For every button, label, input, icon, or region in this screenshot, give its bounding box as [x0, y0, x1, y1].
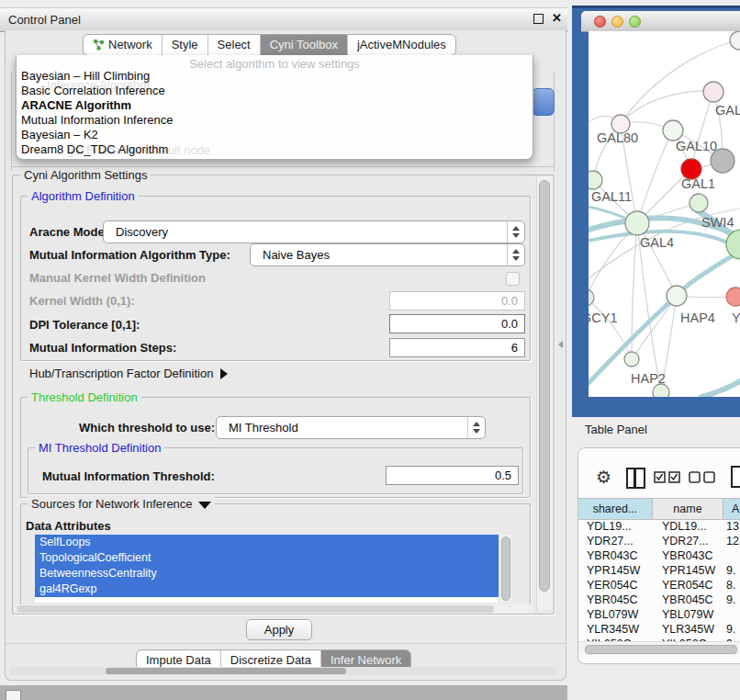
table-panel-title: Table Panel: [585, 423, 647, 436]
menu-item-basic-correlation[interactable]: Basic Correlation Inference: [21, 84, 165, 97]
footer-divider: [6, 643, 565, 644]
algorithm-dropdown-popup: Select algorithm to view settings Infere…: [16, 55, 533, 160]
apply-button[interactable]: Apply: [246, 619, 312, 640]
sources-title: Sources for Network Inference: [31, 497, 193, 511]
close-traffic-icon[interactable]: [594, 16, 606, 28]
panel-hscrollbar[interactable]: [9, 667, 556, 675]
sources-expander[interactable]: Sources for Network Inference: [28, 497, 215, 511]
list-item[interactable]: BetweennessCentrality: [35, 566, 510, 581]
close-icon[interactable]: ✕: [552, 11, 562, 25]
table-row[interactable]: YBL079WYBL079W: [578, 608, 740, 623]
column-header-name[interactable]: name: [653, 499, 723, 519]
network-window-titlebar[interactable]: [581, 11, 740, 32]
expander-down-icon[interactable]: [198, 502, 211, 509]
combo-stepper-fragment[interactable]: [532, 88, 555, 116]
node-label: HAP4: [680, 310, 715, 325]
menu-item-mutual-information[interactable]: Mutual Information Inference: [21, 113, 173, 127]
aracne-mode-select[interactable]: Discovery: [103, 220, 525, 243]
network-graph: GAL GAL80 GAL10 GAL1 GAL11 SWI4 GAL4 GCY…: [589, 31, 740, 397]
table-row[interactable]: YER054CYER054C8.: [578, 579, 740, 593]
mi-steps-input[interactable]: 6: [389, 338, 525, 357]
node-label: Y: [732, 310, 740, 325]
manual-kernel-label: Manual Kernel Width Definition: [29, 271, 206, 285]
app-root: Control Panel ✕ Network Style Select Cyn…: [0, 0, 740, 700]
panel-hscrollbar-thumb[interactable]: [106, 668, 346, 674]
network-view-window: GAL GAL80 GAL10 GAL1 GAL11 SWI4 GAL4 GCY…: [572, 6, 740, 417]
mi-threshold-input[interactable]: 0.5: [386, 466, 519, 485]
table-row[interactable]: YBR045CYBR045C9.: [578, 593, 740, 608]
table-row[interactable]: YDL19...YDL19...13: [578, 520, 740, 535]
node-label: GAL80: [597, 130, 638, 145]
panel-title: Control Panel: [8, 13, 81, 27]
manual-kernel-checkbox[interactable]: [506, 272, 520, 286]
tab-network[interactable]: Network: [84, 35, 162, 55]
kernel-width-input[interactable]: 0.0: [389, 291, 525, 310]
node-label: GAL4: [640, 235, 674, 250]
mi-type-label: Mutual Information Algorithm Type:: [29, 248, 230, 262]
list-item[interactable]: gal4RGexp: [35, 581, 510, 597]
float-window-icon[interactable]: [533, 14, 544, 24]
stepper-icon: [507, 244, 524, 265]
select-all-icon[interactable]: [654, 471, 683, 483]
table-row[interactable]: YDR27...YDR27...12: [578, 535, 740, 549]
which-threshold-select[interactable]: MI Threshold: [216, 416, 486, 439]
mi-steps-label: Mutual Information Steps:: [29, 341, 176, 355]
cyni-settings-title: Cyni Algorithm Settings: [20, 168, 151, 182]
table-row[interactable]: YPR145WYPR145W9.: [578, 564, 740, 579]
bottom-bar: [0, 685, 567, 700]
split-columns-icon[interactable]: [626, 468, 645, 489]
settings-hscrollbar-thumb[interactable]: [17, 605, 494, 613]
which-threshold-label: Which threshold to use:: [79, 421, 215, 435]
deselect-all-icon[interactable]: [689, 471, 718, 483]
column-header-3[interactable]: A: [723, 499, 740, 519]
splitter-grip-icon[interactable]: [558, 341, 563, 348]
tab-jactivemnodules[interactable]: jActiveMNodules: [347, 35, 455, 55]
zoom-traffic-icon[interactable]: [629, 16, 641, 28]
menu-item-dream8[interactable]: Dream8 DC_TDC Algorithm: [21, 142, 168, 156]
network-canvas[interactable]: GAL GAL80 GAL10 GAL1 GAL11 SWI4 GAL4 GCY…: [589, 31, 740, 397]
control-panel-titlebar: Control Panel ✕: [0, 7, 567, 32]
expander-right-icon[interactable]: [220, 368, 228, 379]
table-row[interactable]: YLR345WYLR345W9.: [578, 623, 740, 638]
table-hscrollbar-thumb[interactable]: [585, 645, 737, 654]
menu-item-bayesian-hill-climbing[interactable]: Bayesian – Hill Climbing: [21, 69, 150, 83]
gear-icon[interactable]: ⚙: [596, 467, 611, 488]
stepper-icon: [507, 221, 524, 243]
dpi-tolerance-label: DPI Tolerance [0,1]:: [29, 318, 140, 332]
column-header-shared[interactable]: shared...: [578, 499, 653, 519]
minimize-traffic-icon[interactable]: [611, 16, 623, 28]
settings-vscrollbar-thumb[interactable]: [539, 180, 550, 592]
list-vscrollbar-thumb[interactable]: [501, 536, 510, 601]
page-icon[interactable]: [730, 465, 740, 489]
node-label: GAL11: [591, 189, 632, 204]
tab-select[interactable]: Select: [207, 35, 260, 55]
node-label: GAL: [715, 103, 740, 118]
menu-item-aracne[interactable]: ARACNE Algorithm: [21, 98, 131, 112]
list-item[interactable]: SelfLoops: [35, 535, 510, 550]
aracne-mode-value: Discovery: [116, 221, 168, 243]
tab-cyni-toolbox[interactable]: Cyni Toolbox: [260, 35, 347, 55]
node-label: GAL1: [681, 176, 715, 191]
mi-type-select[interactable]: Naive Bayes: [250, 243, 525, 266]
panel-border-fragment: [554, 72, 555, 171]
list-item[interactable]: TopologicalCoefficient: [35, 550, 510, 566]
tab-style[interactable]: Style: [162, 35, 207, 55]
settings-vscrollbar[interactable]: [536, 176, 552, 610]
hub-expander[interactable]: Hub/Transcription Factor Definition: [29, 367, 228, 380]
settings-hscrollbar[interactable]: [15, 604, 534, 614]
data-attributes-label: Data Attributes: [26, 519, 111, 533]
threshold-title: Threshold Definition: [28, 390, 141, 404]
panel-border-fragment: [11, 72, 12, 171]
data-attributes-list[interactable]: SelfLoops TopologicalCoefficient Between…: [35, 535, 510, 603]
menu-item-bayesian-k2[interactable]: Bayesian – K2: [21, 128, 98, 141]
table-row[interactable]: YBR043CYBR043C: [578, 549, 740, 564]
list-vscrollbar[interactable]: [499, 535, 511, 603]
table-panel-card: ⚙ shared... name A YDL19...YDL19...13 YD…: [577, 447, 740, 664]
mi-threshold-title: MI Threshold Definition: [35, 441, 164, 455]
node-label: SWI4: [701, 215, 734, 230]
dpi-tolerance-input[interactable]: 0.0: [389, 314, 525, 333]
collapsed-panel-icon[interactable]: [6, 690, 21, 700]
node-label: GCY1: [589, 310, 618, 325]
table-header: shared... name A: [578, 498, 740, 520]
table-hscrollbar[interactable]: [578, 641, 740, 655]
